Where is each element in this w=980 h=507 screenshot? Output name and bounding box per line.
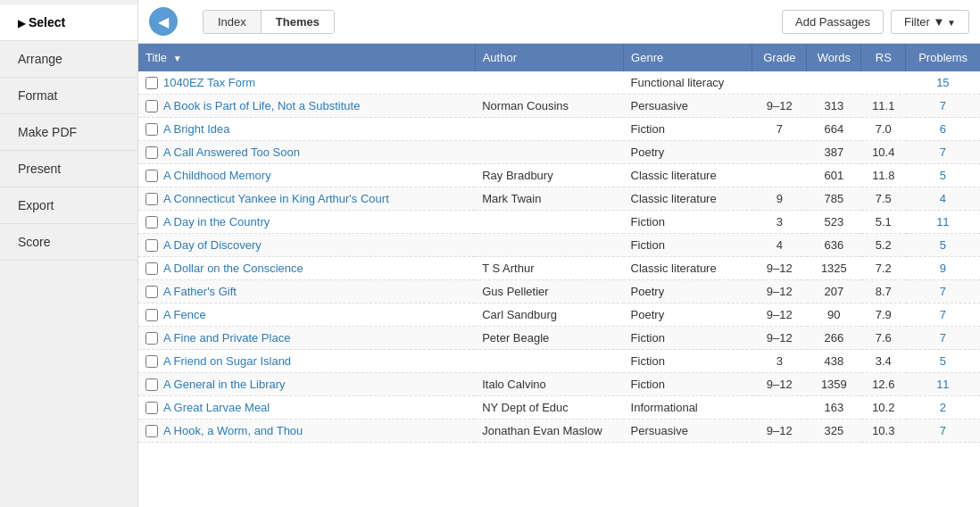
cell-author: T S Arthur xyxy=(475,257,623,280)
col-rs[interactable]: RS xyxy=(861,44,906,71)
cell-words: 325 xyxy=(807,420,861,443)
col-grade[interactable]: Grade xyxy=(752,44,807,71)
col-problems[interactable]: Problems xyxy=(906,44,980,71)
row-checkbox[interactable] xyxy=(145,402,158,414)
sidebar-item-arrange[interactable]: Arrange xyxy=(0,41,137,78)
passage-link[interactable]: A Great Larvae Meal xyxy=(163,401,270,414)
cell-words: 523 xyxy=(807,211,861,234)
passage-link[interactable]: A Call Answered Too Soon xyxy=(163,145,300,159)
col-title[interactable]: Title ▼ xyxy=(138,44,475,71)
cell-rs: 7.0 xyxy=(861,118,906,141)
cell-problems: 7 xyxy=(906,327,980,350)
passage-link[interactable]: A Friend on Sugar Island xyxy=(163,354,291,368)
row-checkbox[interactable] xyxy=(145,193,158,205)
cell-rs xyxy=(861,71,906,95)
passage-link[interactable]: A Fence xyxy=(163,308,206,321)
passage-link[interactable]: A Day in the Country xyxy=(163,215,270,229)
sidebar: ▶SelectArrangeFormatMake PDFPresentExpor… xyxy=(0,0,138,507)
row-checkbox[interactable] xyxy=(145,216,158,229)
table-row: A Childhood Memory Ray Bradbury Classic … xyxy=(138,164,980,187)
filter-button[interactable]: Filter ▼ xyxy=(891,10,969,34)
sidebar-item-format[interactable]: Format xyxy=(0,78,137,114)
cell-rs: 11.1 xyxy=(861,95,906,118)
cell-title: A Friend on Sugar Island xyxy=(138,350,475,373)
passage-link[interactable]: A Dollar on the Conscience xyxy=(163,262,303,275)
row-checkbox[interactable] xyxy=(145,77,158,89)
cell-author xyxy=(475,118,623,141)
row-checkbox[interactable] xyxy=(145,146,158,159)
cell-genre: Fiction xyxy=(624,373,752,396)
col-title-label: Title xyxy=(145,51,167,64)
row-checkbox[interactable] xyxy=(145,425,158,437)
row-checkbox[interactable] xyxy=(145,309,158,321)
passage-link[interactable]: A Fine and Private Place xyxy=(163,331,290,345)
add-passages-button[interactable]: Add Passages xyxy=(782,10,884,34)
tab-index[interactable]: Index xyxy=(203,11,262,33)
cell-grade: 9–12 xyxy=(752,420,807,443)
passage-link[interactable]: A Childhood Memory xyxy=(163,169,271,182)
sidebar-item-score[interactable]: Score xyxy=(0,224,137,261)
passage-link[interactable]: A Hook, a Worm, and Thou xyxy=(163,424,303,437)
col-words[interactable]: Words xyxy=(807,44,861,71)
cell-problems: 4 xyxy=(906,187,980,211)
col-genre[interactable]: Genre xyxy=(624,44,752,71)
cell-genre: Fiction xyxy=(624,118,752,141)
passage-link[interactable]: A Day of Discovery xyxy=(163,238,262,252)
back-button[interactable]: ◀ xyxy=(149,7,178,36)
row-checkbox[interactable] xyxy=(145,123,158,136)
row-checkbox[interactable] xyxy=(145,332,158,345)
cell-title: A Childhood Memory xyxy=(138,164,475,187)
col-author[interactable]: Author xyxy=(475,44,623,71)
row-checkbox[interactable] xyxy=(145,286,158,298)
tab-themes[interactable]: Themes xyxy=(262,11,334,33)
table-row: A Friend on Sugar Island Fiction 3 438 3… xyxy=(138,350,980,373)
cell-title: A Connecticut Yankee in King Arthur's Co… xyxy=(138,187,475,211)
cell-words xyxy=(807,71,861,95)
cell-words: 313 xyxy=(807,95,861,118)
cell-problems: 7 xyxy=(906,95,980,118)
row-checkbox[interactable] xyxy=(145,239,158,252)
passage-link[interactable]: A Book is Part of Life, Not a Substitute xyxy=(163,99,360,112)
cell-words: 636 xyxy=(807,234,861,257)
sidebar-item-export[interactable]: Export xyxy=(0,187,137,224)
cell-rs: 11.8 xyxy=(861,164,906,187)
table-row: A Book is Part of Life, Not a Substitute… xyxy=(138,95,980,118)
passage-link[interactable]: 1040EZ Tax Form xyxy=(163,76,255,89)
sidebar-item-make-pdf[interactable]: Make PDF xyxy=(0,114,137,151)
row-checkbox[interactable] xyxy=(145,170,158,182)
passage-table: Title ▼ Author Genre Grade Words RS Prob… xyxy=(138,44,980,443)
cell-title: A General in the Library xyxy=(138,373,475,396)
cell-rs: 8.7 xyxy=(861,280,906,303)
row-checkbox[interactable] xyxy=(145,100,158,112)
cell-genre: Fiction xyxy=(624,234,752,257)
cell-title: A Bright Idea xyxy=(138,118,475,141)
row-checkbox[interactable] xyxy=(145,262,158,275)
cell-grade: 9–12 xyxy=(752,303,807,327)
cell-genre: Poetry xyxy=(624,303,752,327)
cell-problems: 7 xyxy=(906,280,980,303)
cell-genre: Classic literature xyxy=(624,187,752,211)
cell-grade: 9–12 xyxy=(752,257,807,280)
cell-author: Carl Sandburg xyxy=(475,303,623,327)
passage-link[interactable]: A Bright Idea xyxy=(163,122,229,136)
passage-link[interactable]: A Father's Gift xyxy=(163,285,237,298)
sidebar-item-present[interactable]: Present xyxy=(0,151,137,187)
cell-author: Italo Calvino xyxy=(475,373,623,396)
table-row: A Bright Idea Fiction 7 664 7.0 6 xyxy=(138,118,980,141)
cell-rs: 12.6 xyxy=(861,373,906,396)
table-row: A Day of Discovery Fiction 4 636 5.2 5 xyxy=(138,234,980,257)
passage-link[interactable]: A Connecticut Yankee in King Arthur's Co… xyxy=(163,192,389,205)
sidebar-item-select[interactable]: ▶Select xyxy=(0,4,137,41)
cell-title: 1040EZ Tax Form xyxy=(138,71,475,95)
passage-link[interactable]: A General in the Library xyxy=(163,378,286,391)
row-checkbox[interactable] xyxy=(145,378,158,391)
cell-problems: 5 xyxy=(906,164,980,187)
cell-genre: Fiction xyxy=(624,327,752,350)
row-checkbox[interactable] xyxy=(145,355,158,368)
cell-title: A Day in the Country xyxy=(138,211,475,234)
cell-problems: 9 xyxy=(906,257,980,280)
cell-genre: Persuasive xyxy=(624,420,752,443)
cell-title: A Day of Discovery xyxy=(138,234,475,257)
cell-genre: Persuasive xyxy=(624,95,752,118)
cell-author xyxy=(475,350,623,373)
